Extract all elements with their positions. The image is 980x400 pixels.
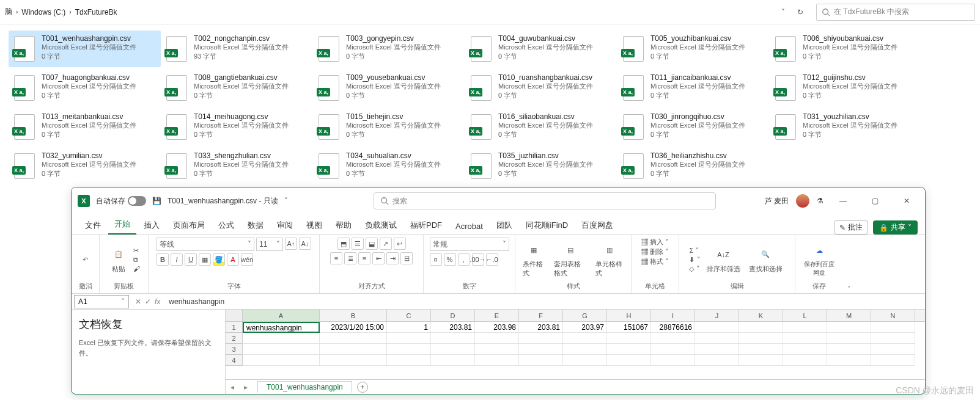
minimize-button[interactable]: —: [831, 192, 855, 209]
sheet-nav-prev[interactable]: ◂: [226, 383, 239, 391]
cell[interactable]: [739, 344, 783, 355]
cell[interactable]: [243, 333, 320, 344]
refresh-button[interactable]: ↻: [792, 4, 809, 21]
column-header[interactable]: B: [320, 310, 387, 321]
cell[interactable]: [739, 333, 783, 344]
cell[interactable]: [651, 355, 695, 366]
ribbon-tab[interactable]: 福昕PDF: [404, 216, 448, 235]
wrap-text-button[interactable]: ↩: [394, 238, 406, 250]
column-header[interactable]: K: [739, 310, 783, 321]
cell[interactable]: [243, 355, 320, 366]
italic-button[interactable]: I: [171, 253, 183, 266]
cell[interactable]: [431, 333, 475, 344]
number-format-select[interactable]: 常规˅: [430, 238, 509, 251]
find-select-button[interactable]: 🔍查找和选择: [746, 245, 785, 275]
crumb-2[interactable]: TdxFutureBk: [75, 8, 117, 16]
cell[interactable]: [475, 344, 519, 355]
cell[interactable]: [651, 333, 695, 344]
cell[interactable]: [827, 355, 871, 366]
file-item[interactable]: X a, T008_gangtiebankuai.csv Microsoft E…: [161, 70, 313, 106]
cell[interactable]: [827, 344, 871, 355]
merge-button[interactable]: ⊟: [400, 252, 413, 264]
font-select[interactable]: 等线˅: [157, 238, 254, 251]
ribbon-tab[interactable]: 文件: [79, 216, 107, 235]
sort-filter-button[interactable]: A↓Z排序和筛选: [704, 245, 743, 275]
chevron-down-icon[interactable]: ˅: [284, 197, 288, 205]
cell[interactable]: [519, 333, 563, 344]
ribbon-tab[interactable]: 开始: [108, 215, 136, 235]
file-item[interactable]: X a, T016_siliaobankuai.csv Microsoft Ex…: [465, 109, 617, 145]
add-sheet-button[interactable]: +: [357, 382, 368, 393]
column-header[interactable]: L: [783, 310, 827, 321]
inc-decimal-icon[interactable]: .00→: [472, 253, 484, 266]
cell[interactable]: [607, 333, 651, 344]
cell[interactable]: [431, 344, 475, 355]
cell[interactable]: [695, 355, 739, 366]
file-item[interactable]: X a, T035_juzhilian.csv Microsoft Excel …: [465, 148, 617, 184]
file-item[interactable]: X a, T014_meihuagong.csv Microsoft Excel…: [161, 109, 313, 145]
ribbon-tab[interactable]: 插入: [138, 216, 166, 235]
file-item[interactable]: X a, T001_wenhuashangpin.csv Microsoft E…: [9, 31, 161, 67]
cell[interactable]: [695, 344, 739, 355]
comments-button[interactable]: ✎ 批注: [834, 220, 868, 235]
cell[interactable]: [431, 355, 475, 366]
cell[interactable]: [519, 355, 563, 366]
cell[interactable]: [563, 355, 607, 366]
ribbon-tab[interactable]: 帮助: [330, 216, 358, 235]
file-item[interactable]: X a, T012_guijinshu.csv Microsoft Excel …: [770, 70, 922, 106]
percent-icon[interactable]: %: [444, 253, 456, 266]
cell[interactable]: [871, 355, 915, 366]
cell[interactable]: [320, 333, 387, 344]
column-header[interactable]: I: [651, 310, 695, 321]
ribbon-tab[interactable]: Acrobat: [449, 218, 489, 235]
file-item[interactable]: X a, T030_jinrongqihuo.csv Microsoft Exc…: [617, 109, 770, 145]
bold-button[interactable]: B: [157, 253, 169, 266]
column-header[interactable]: A: [243, 310, 320, 321]
close-button[interactable]: ✕: [894, 192, 919, 209]
file-item[interactable]: X a, T004_guwubankuai.csv Microsoft Exce…: [465, 31, 617, 67]
excel-search-input[interactable]: 搜索: [374, 192, 716, 209]
enter-fx-icon[interactable]: ✓: [145, 297, 151, 306]
cell[interactable]: [387, 355, 431, 366]
ribbon-tab[interactable]: 视图: [300, 216, 328, 235]
insert-cells-button[interactable]: ▦ 插入 ˅: [641, 238, 669, 247]
currency-icon[interactable]: ¤: [430, 253, 442, 266]
cell[interactable]: 203.81: [519, 322, 563, 333]
baidu-save-button[interactable]: ☁保存到百度网盘: [800, 241, 838, 278]
maximize-button[interactable]: ▢: [863, 192, 887, 209]
fill-icon[interactable]: ⬇ ˅: [689, 256, 700, 264]
dec-decimal-icon[interactable]: ←.0: [486, 253, 498, 266]
cell[interactable]: [320, 355, 387, 366]
lightbulb-icon[interactable]: ⚗: [817, 197, 823, 205]
align-center-icon[interactable]: ≣: [344, 252, 356, 264]
comma-icon[interactable]: ,: [458, 253, 470, 266]
cell[interactable]: [563, 333, 607, 344]
toggle-switch[interactable]: [128, 196, 146, 206]
format-painter-icon[interactable]: 🖌: [133, 265, 140, 272]
file-item[interactable]: X a, T036_heilianzhishu.csv Microsoft Ex…: [617, 148, 770, 184]
cell[interactable]: [387, 333, 431, 344]
file-item[interactable]: X a, T013_meitanbankuai.csv Microsoft Ex…: [9, 109, 161, 145]
underline-button[interactable]: U: [185, 253, 197, 266]
font-size-select[interactable]: 11˅: [256, 238, 283, 251]
table-format-button[interactable]: ▤套用表格格式: [551, 240, 590, 279]
align-top-icon[interactable]: ⬒: [337, 238, 350, 250]
phonetic-button[interactable]: wén: [241, 253, 253, 266]
cell[interactable]: 203.98: [475, 322, 519, 333]
collapse-ribbon-icon[interactable]: ˅: [843, 235, 855, 293]
column-header[interactable]: H: [607, 310, 651, 321]
indent-inc-icon[interactable]: ⇥: [386, 252, 399, 264]
column-header[interactable]: D: [431, 310, 475, 321]
file-item[interactable]: X a, T015_tiehejin.csv Microsoft Excel 逗…: [313, 109, 465, 145]
cell[interactable]: [783, 355, 827, 366]
ribbon-tab[interactable]: 同花顺iFinD: [520, 216, 574, 235]
cell[interactable]: [739, 322, 783, 333]
cell[interactable]: [563, 344, 607, 355]
autosave-toggle[interactable]: 自动保存: [96, 196, 146, 206]
column-header[interactable]: G: [563, 310, 607, 321]
dropdown-button[interactable]: ˅: [775, 4, 792, 21]
cell[interactable]: [739, 355, 783, 366]
file-item[interactable]: X a, T034_suhualian.csv Microsoft Excel …: [313, 148, 465, 184]
row-header[interactable]: 4: [226, 355, 243, 366]
file-item[interactable]: X a, T007_huagongbankuai.csv Microsoft E…: [9, 70, 161, 106]
